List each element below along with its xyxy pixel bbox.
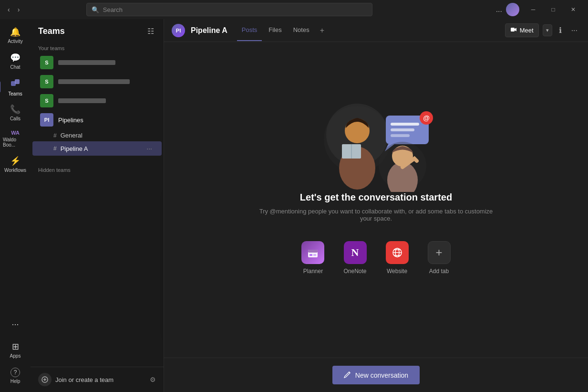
sidebar-item-teams[interactable]: Teams xyxy=(3,74,28,99)
app-shortcut-onenote[interactable]: N OneNote xyxy=(343,241,366,275)
teams-icon xyxy=(10,78,20,90)
left-rail: 🔔 Activity 💬 Chat Teams 📞 Calls WA Waldo… xyxy=(0,19,31,392)
minimize-button[interactable]: ─ xyxy=(523,2,543,17)
nav-controls: ‹ › xyxy=(5,4,22,15)
window-controls: ─ □ ✕ xyxy=(523,2,583,17)
sidebar-footer: Join or create a team ⚙ xyxy=(31,367,164,392)
sidebar-item-more[interactable]: ··· xyxy=(3,312,28,337)
search-input[interactable] xyxy=(103,6,367,13)
sidebar-item-help[interactable]: ? Help xyxy=(3,363,28,388)
team-item-pipelines[interactable]: PI Pipelines ··· xyxy=(32,110,162,129)
app-shortcut-website[interactable]: Website xyxy=(386,241,409,275)
header-actions: Meet ▾ ℹ ··· xyxy=(505,23,580,37)
app-shortcuts: Planner N OneNote xyxy=(301,241,450,275)
add-tab-button[interactable]: + xyxy=(316,21,328,41)
sidebar: Teams ☷ Your teams S ··· S ··· S ··· xyxy=(31,19,164,392)
team-avatar: S xyxy=(40,94,53,107)
team-settings-button[interactable]: ⚙ xyxy=(150,376,156,383)
workflows-icon: ⚡ xyxy=(10,156,21,166)
app-shortcut-planner[interactable]: Planner xyxy=(301,241,324,275)
back-button[interactable]: ‹ xyxy=(5,4,13,15)
restore-button[interactable]: □ xyxy=(543,2,563,17)
sidebar-item-apps[interactable]: ⊞ Apps xyxy=(3,338,28,362)
meet-dropdown-button[interactable]: ▾ xyxy=(543,24,552,36)
forward-button[interactable]: › xyxy=(15,4,23,15)
join-label: Join or create a team xyxy=(55,376,113,383)
svg-rect-27 xyxy=(308,250,318,253)
meet-icon xyxy=(510,26,517,34)
channel-info-button[interactable]: ℹ xyxy=(556,24,565,37)
avatar[interactable] xyxy=(506,3,519,16)
filter-button[interactable]: ☷ xyxy=(145,25,156,38)
channel-options-button[interactable]: ··· xyxy=(568,24,580,37)
your-teams-label: Your teams xyxy=(31,42,164,53)
main-content: PI Pipeline A Posts Files Notes + Meet xyxy=(164,19,588,392)
meet-label: Meet xyxy=(520,27,534,34)
channel-name-pipeline-a: Pipeline A xyxy=(61,145,141,152)
chat-icon: 💬 xyxy=(10,53,21,63)
channel-header-name: Pipeline A xyxy=(191,26,227,35)
waldo-icon: WA xyxy=(11,130,20,136)
close-button[interactable]: ✕ xyxy=(563,2,583,17)
channel-name-general: General xyxy=(61,132,154,139)
channel-item-general[interactable]: # General xyxy=(32,129,162,141)
team-name xyxy=(58,78,140,85)
help-icon: ? xyxy=(10,368,20,377)
chat-label: Chat xyxy=(10,64,20,70)
sidebar-title: Teams xyxy=(38,26,65,36)
tab-files[interactable]: Files xyxy=(264,21,286,41)
channel-hash-icon: # xyxy=(53,145,57,152)
activity-label: Activity xyxy=(8,39,23,44)
sidebar-item-chat[interactable]: 💬 Chat xyxy=(3,49,28,74)
illustration: @ xyxy=(314,96,438,192)
svg-rect-18 xyxy=(391,123,419,126)
new-conversation-label: New conversation xyxy=(355,371,408,379)
planner-icon xyxy=(301,241,324,264)
channel-more-button[interactable]: ··· xyxy=(144,144,154,153)
channel-hash-icon: # xyxy=(53,132,57,139)
tab-notes[interactable]: Notes xyxy=(289,21,314,41)
activity-icon: 🔔 xyxy=(10,27,21,37)
team-item[interactable]: S ··· xyxy=(32,91,162,110)
search-icon: 🔍 xyxy=(92,6,99,13)
help-label: Help xyxy=(10,379,21,384)
svg-rect-10 xyxy=(511,28,515,32)
team-item[interactable]: S ··· xyxy=(32,72,162,91)
conversation-area: @ Let's get the conversation started Try… xyxy=(164,42,588,358)
website-label: Website xyxy=(387,268,407,275)
new-conv-icon xyxy=(344,371,351,380)
team-name-pipelines: Pipelines xyxy=(58,117,140,124)
teams-label: Teams xyxy=(8,91,22,96)
sidebar-item-activity[interactable]: 🔔 Activity xyxy=(3,23,28,48)
calls-label: Calls xyxy=(10,116,21,121)
new-conversation-button[interactable]: New conversation xyxy=(332,366,420,384)
sidebar-item-waldo[interactable]: WA Waldo Boo... xyxy=(3,126,28,151)
svg-text:@: @ xyxy=(423,114,430,122)
onenote-label: OneNote xyxy=(343,268,366,275)
svg-rect-19 xyxy=(391,128,414,131)
sidebar-item-workflows[interactable]: ⚡ Workflows xyxy=(3,152,28,177)
website-icon xyxy=(386,241,409,264)
tab-posts[interactable]: Posts xyxy=(237,21,262,41)
calls-icon: 📞 xyxy=(10,104,21,115)
sidebar-item-calls[interactable]: 📞 Calls xyxy=(3,100,28,125)
more-options-button[interactable]: ... xyxy=(496,5,502,14)
meet-button[interactable]: Meet xyxy=(505,23,539,37)
svg-rect-1 xyxy=(15,79,20,84)
onenote-icon: N xyxy=(344,241,367,264)
workflows-label: Workflows xyxy=(4,168,26,173)
join-icon xyxy=(38,373,52,386)
channel-header-avatar: PI xyxy=(172,24,185,37)
conversation-title: Let's get the conversation started xyxy=(300,192,452,203)
svg-rect-29 xyxy=(313,254,316,256)
more-icon: ··· xyxy=(11,319,19,329)
team-item[interactable]: S ··· xyxy=(32,53,162,72)
titlebar-right: ... ─ □ ✕ xyxy=(496,2,583,17)
channel-item-pipeline-a[interactable]: # Pipeline A ··· xyxy=(32,141,162,156)
join-create-team-button[interactable]: Join or create a team xyxy=(38,373,113,386)
add-tab-label: Add tab xyxy=(429,268,449,275)
search-bar: 🔍 xyxy=(86,3,372,16)
app-shortcut-add-tab[interactable]: + Add tab xyxy=(428,241,451,275)
waldo-label: Waldo Boo... xyxy=(3,137,28,148)
hidden-teams-label: Hidden teams xyxy=(31,163,164,175)
